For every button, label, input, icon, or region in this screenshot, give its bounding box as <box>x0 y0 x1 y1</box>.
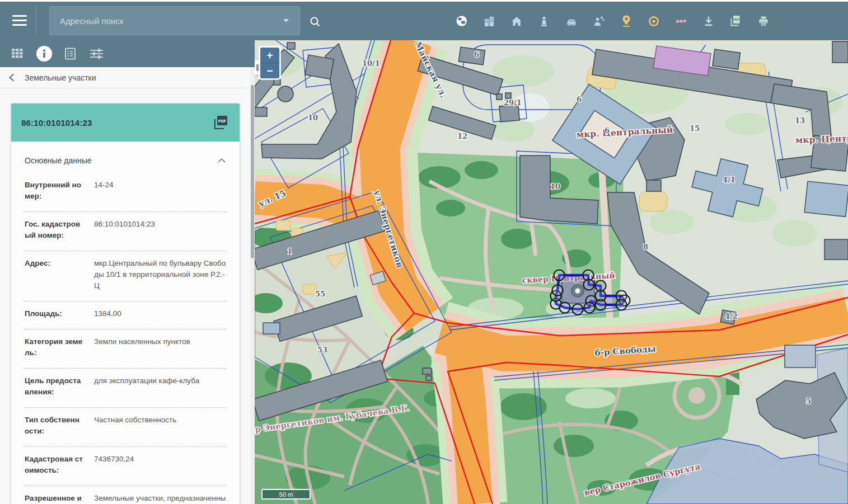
svg-text:8: 8 <box>643 243 648 251</box>
svg-text:10: 10 <box>308 114 318 122</box>
field-row: Разрешенное использование:Земельные учас… <box>25 486 226 504</box>
download-icon[interactable] <box>695 15 722 27</box>
svg-text:13: 13 <box>795 116 805 125</box>
svg-text:10/1: 10/1 <box>362 59 380 68</box>
sidebar-scrollbar-thumb[interactable] <box>251 85 254 258</box>
search-placeholder: Адресный поиск <box>60 16 283 26</box>
parcel-marker-dot <box>575 289 580 294</box>
toolbar-divider <box>36 6 36 34</box>
print-icon[interactable] <box>749 15 777 27</box>
registry-icon[interactable] <box>57 47 83 60</box>
home-icon[interactable] <box>503 15 530 27</box>
section-basic-data[interactable]: Основные данные <box>11 142 240 167</box>
route-points-icon[interactable] <box>667 15 695 27</box>
circle-marker-icon[interactable] <box>640 15 667 27</box>
back-chevron-icon[interactable] <box>8 73 15 82</box>
sidebar-toolbar <box>0 40 255 67</box>
details-panel: Земельные участки 86:10:0101014:23 PDF О… <box>0 67 255 504</box>
chevron-up-icon[interactable] <box>217 158 226 163</box>
location-pin-icon[interactable] <box>612 15 640 27</box>
svg-text:5: 5 <box>806 397 811 406</box>
search-icon[interactable] <box>309 16 321 28</box>
breadcrumb[interactable]: Земельные участки <box>0 67 255 88</box>
address-search-box[interactable]: Адресный поиск <box>49 6 300 35</box>
parcel-card: 86:10:0101014:23 PDF Основные данные Вну… <box>11 103 240 504</box>
parcel-cadastral-number: 86:10:0101014:23 <box>21 118 92 128</box>
scale-bar: 50 m <box>261 489 311 500</box>
map-tools: PDF <box>448 2 777 40</box>
field-row: Кадастровая стоимость:7436730,24 <box>25 447 226 486</box>
svg-text:53: 53 <box>317 346 327 354</box>
buildings-icon[interactable] <box>475 15 503 27</box>
field-row: Тип собственности:Частная собственность <box>25 408 226 447</box>
section-title: Основные данные <box>25 156 92 165</box>
pdf-export-icon[interactable]: PDF <box>722 15 749 27</box>
svg-text:6: 6 <box>605 126 610 135</box>
grid-icon[interactable] <box>4 49 31 58</box>
svg-text:PDF: PDF <box>218 119 227 123</box>
monument-icon[interactable] <box>530 15 557 27</box>
services-icon[interactable] <box>585 15 612 27</box>
zoom-control: + − <box>259 46 281 80</box>
svg-text:10: 10 <box>550 182 560 191</box>
parcel-card-header: 86:10:0101014:23 PDF <box>11 103 240 142</box>
svg-text:4/1: 4/1 <box>723 176 735 184</box>
info-icon-active[interactable] <box>31 45 57 62</box>
svg-text:PDF: PDF <box>733 18 740 21</box>
field-row: Цель предоставления:для эксплуатации каф… <box>25 369 226 408</box>
field-row: Гос. кадастровый номер:86:10:0101014:23 <box>25 212 226 251</box>
zoom-in-button[interactable]: + <box>260 48 279 63</box>
svg-text:29/1: 29/1 <box>504 98 522 107</box>
globe-icon[interactable] <box>448 15 475 27</box>
svg-text:15: 15 <box>690 124 700 133</box>
topbar: Адресный поиск PDF <box>0 2 848 40</box>
map-canvas[interactable]: Майская ул. ул. Энергетиков ул. 15 б-р С… <box>255 40 848 504</box>
field-row: Категория земель:Земли населенных пункто… <box>25 329 226 369</box>
field-row: Внутренний номер:14-24 <box>25 173 226 212</box>
svg-text:12: 12 <box>457 132 467 140</box>
field-list: Внутренний номер:14-24 Гос. кадастровый … <box>11 167 240 504</box>
pdf-button[interactable]: PDF <box>213 115 229 130</box>
filters-icon[interactable] <box>83 48 110 60</box>
svg-text:6: 6 <box>474 50 479 59</box>
svg-text:6: 6 <box>577 95 582 103</box>
field-row: Адрес:мкр.Центральный по бульвару Свобод… <box>25 251 226 302</box>
back-label[interactable]: Земельные участки <box>25 73 96 82</box>
car-icon[interactable] <box>557 15 585 27</box>
menu-button[interactable] <box>12 15 27 27</box>
field-row: Площадь:1384,00 <box>25 302 226 329</box>
map-layers: Майская ул. ул. Энергетиков ул. 15 б-р С… <box>255 40 848 504</box>
zoom-out-button[interactable]: − <box>260 63 279 78</box>
svg-text:55: 55 <box>315 290 325 298</box>
chevron-down-icon[interactable] <box>283 18 289 23</box>
svg-text:4/2: 4/2 <box>725 312 738 321</box>
svg-text:1: 1 <box>287 247 292 256</box>
